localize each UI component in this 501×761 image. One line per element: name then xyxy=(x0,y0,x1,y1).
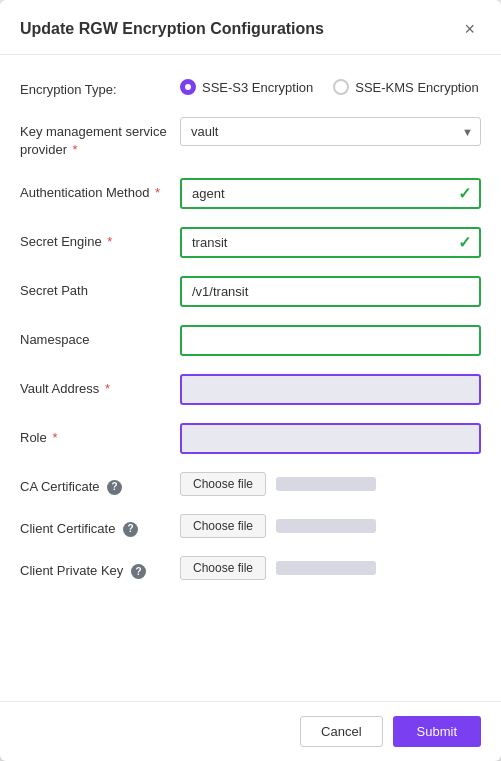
client-certificate-control: Choose file xyxy=(180,514,481,538)
ca-certificate-help-icon[interactable]: ? xyxy=(107,480,122,495)
authentication-required: * xyxy=(155,185,160,200)
key-management-row: Key management service provider * vault … xyxy=(20,117,481,159)
client-certificate-choose-button[interactable]: Choose file xyxy=(180,514,266,538)
sse-s3-radio[interactable] xyxy=(180,79,196,95)
role-required: * xyxy=(52,430,57,445)
client-private-key-choose-button[interactable]: Choose file xyxy=(180,556,266,580)
sse-kms-option[interactable]: SSE-KMS Encryption xyxy=(333,79,479,95)
secret-path-input[interactable] xyxy=(180,276,481,307)
client-private-key-filename xyxy=(276,561,376,575)
secret-engine-input-wrap: ✓ xyxy=(180,227,481,258)
role-row: Role * xyxy=(20,423,481,454)
secret-engine-input[interactable] xyxy=(180,227,481,258)
authentication-method-input-wrap: ✓ xyxy=(180,178,481,209)
encryption-type-control: SSE-S3 Encryption SSE-KMS Encryption xyxy=(180,75,481,95)
modal-title: Update RGW Encryption Configurations xyxy=(20,20,324,38)
namespace-input[interactable] xyxy=(180,325,481,356)
submit-button[interactable]: Submit xyxy=(393,716,481,747)
namespace-control xyxy=(180,325,481,356)
client-certificate-filename xyxy=(276,519,376,533)
authentication-method-input[interactable] xyxy=(180,178,481,209)
vault-address-control xyxy=(180,374,481,405)
close-button[interactable]: × xyxy=(458,18,481,40)
encryption-type-radio-group: SSE-S3 Encryption SSE-KMS Encryption xyxy=(180,75,481,95)
modal-footer: Cancel Submit xyxy=(0,701,501,761)
client-private-key-row: Client Private Key ? Choose file xyxy=(20,556,481,580)
client-private-key-file-row: Choose file xyxy=(180,556,481,580)
secret-path-control xyxy=(180,276,481,307)
ca-certificate-file-row: Choose file xyxy=(180,472,481,496)
encryption-type-row: Encryption Type: SSE-S3 Encryption SSE-K… xyxy=(20,75,481,99)
role-input[interactable] xyxy=(180,423,481,454)
authentication-method-row: Authentication Method * ✓ xyxy=(20,178,481,209)
key-management-label: Key management service provider * xyxy=(20,117,180,159)
secret-engine-label: Secret Engine * xyxy=(20,227,180,251)
checkmark-icon: ✓ xyxy=(458,233,471,252)
role-control xyxy=(180,423,481,454)
ca-certificate-choose-button[interactable]: Choose file xyxy=(180,472,266,496)
key-management-required: * xyxy=(73,142,78,157)
key-management-control: vault ▼ xyxy=(180,117,481,146)
vault-address-required: * xyxy=(105,381,110,396)
modal-body: Encryption Type: SSE-S3 Encryption SSE-K… xyxy=(0,55,501,701)
secret-engine-control: ✓ xyxy=(180,227,481,258)
client-certificate-file-row: Choose file xyxy=(180,514,481,538)
client-certificate-help-icon[interactable]: ? xyxy=(123,522,138,537)
checkmark-icon: ✓ xyxy=(458,184,471,203)
ca-certificate-filename xyxy=(276,477,376,491)
sse-kms-radio[interactable] xyxy=(333,79,349,95)
client-private-key-label: Client Private Key ? xyxy=(20,556,180,580)
secret-engine-required: * xyxy=(107,234,112,249)
cancel-button[interactable]: Cancel xyxy=(300,716,382,747)
ca-certificate-control: Choose file xyxy=(180,472,481,496)
namespace-row: Namespace xyxy=(20,325,481,356)
vault-address-input[interactable] xyxy=(180,374,481,405)
client-private-key-help-icon[interactable]: ? xyxy=(131,564,146,579)
secret-path-label: Secret Path xyxy=(20,276,180,300)
key-management-select[interactable]: vault xyxy=(180,117,481,146)
secret-path-row: Secret Path xyxy=(20,276,481,307)
secret-engine-row: Secret Engine * ✓ xyxy=(20,227,481,258)
encryption-type-label: Encryption Type: xyxy=(20,75,180,99)
namespace-label: Namespace xyxy=(20,325,180,349)
vault-address-label: Vault Address * xyxy=(20,374,180,398)
ca-certificate-row: CA Certificate ? Choose file xyxy=(20,472,481,496)
authentication-method-control: ✓ xyxy=(180,178,481,209)
key-management-select-wrap: vault ▼ xyxy=(180,117,481,146)
modal: Update RGW Encryption Configurations × E… xyxy=(0,0,501,761)
client-certificate-label: Client Certificate ? xyxy=(20,514,180,538)
modal-header: Update RGW Encryption Configurations × xyxy=(0,0,501,55)
sse-s3-option[interactable]: SSE-S3 Encryption xyxy=(180,79,313,95)
sse-kms-label: SSE-KMS Encryption xyxy=(355,80,479,95)
role-label: Role * xyxy=(20,423,180,447)
vault-address-row: Vault Address * xyxy=(20,374,481,405)
ca-certificate-label: CA Certificate ? xyxy=(20,472,180,496)
client-certificate-row: Client Certificate ? Choose file xyxy=(20,514,481,538)
sse-s3-label: SSE-S3 Encryption xyxy=(202,80,313,95)
authentication-method-label: Authentication Method * xyxy=(20,178,180,202)
client-private-key-control: Choose file xyxy=(180,556,481,580)
